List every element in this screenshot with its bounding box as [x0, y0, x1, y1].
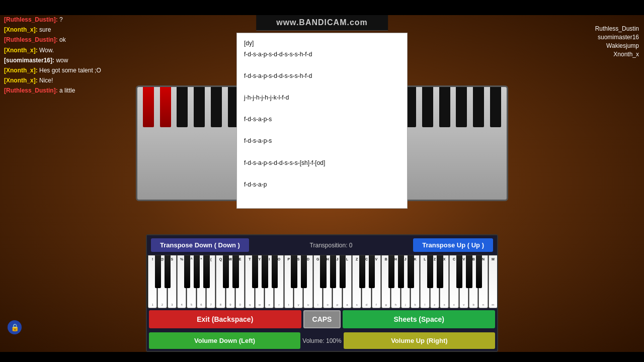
- black-key: [439, 87, 450, 127]
- black-key: [473, 87, 484, 127]
- black-key[interactable]: [184, 255, 191, 288]
- player-item: Ruthless_Dustin: [595, 25, 639, 32]
- chat-line: [Xnonth_x]: sure: [4, 25, 115, 35]
- chat-name: [Ruthless_Dustin]:: [4, 16, 58, 23]
- black-key[interactable]: [466, 255, 472, 288]
- player-item: Wakiesjump: [595, 42, 639, 49]
- lock-icon[interactable]: 🔒: [8, 320, 22, 334]
- transpose-row: Transpose Down ( Down ) Transposition: 0…: [147, 235, 497, 255]
- chat-line: [Xnonth_x]: Hes got some talent ;O: [4, 66, 115, 75]
- chat-name: [Ruthless_Dustin]:: [4, 36, 58, 43]
- white-key[interactable]: Mm: [489, 255, 497, 308]
- chat-name: [suomimaster16]:: [4, 57, 54, 64]
- chat-line: [Ruthless_Dustin]: ?: [4, 15, 115, 25]
- bottom-bar: [0, 352, 644, 362]
- black-key[interactable]: [456, 255, 463, 288]
- black-key[interactable]: [272, 255, 278, 288]
- chat-name: [Xnonth_x]:: [4, 77, 38, 84]
- sheet-line: f-d-s-a-p-s: [244, 114, 400, 125]
- black-key: [456, 87, 467, 127]
- black-key: [211, 87, 222, 127]
- bottom-btn-row-1: Exit (Backspace) CAPS Sheets (Space): [147, 308, 497, 330]
- volume-down-button[interactable]: Volume Down (Left): [149, 332, 300, 349]
- top-bar: [0, 0, 644, 15]
- chat-name: [Xnonth_x]:: [4, 67, 38, 74]
- chat-line: [suomimaster16]: wow: [4, 56, 115, 65]
- chat-line: [Xnonth_x]: Wow.: [4, 46, 115, 55]
- keys-row: !1@2S3%4^5*6(7Q8W9E0TqYwIeOrPtSyDuGiHoJp…: [148, 255, 496, 308]
- chat-overlay: [Ruthless_Dustin]: ? [Xnonth_x]: sure [R…: [4, 15, 115, 97]
- sheet-panel: [dy] f-d-s-a-p-s-d-d-s-s-s-h-f-d f-d-s-a…: [236, 33, 408, 209]
- black-key[interactable]: [232, 255, 239, 288]
- transpose-down-button[interactable]: Transpose Down ( Down ): [151, 238, 249, 252]
- piano-keys-row: !1@2S3%4^5*6(7Q8W9E0TqYwIeOrPtSyDuGiHoJp…: [147, 255, 497, 308]
- black-key[interactable]: [330, 255, 337, 288]
- sheet-line: f-d-s-a-p: [244, 179, 400, 191]
- bottom-btn-row-2: Volume Down (Left) Volume: 100% Volume U…: [147, 330, 497, 351]
- black-key[interactable]: [165, 255, 171, 288]
- chat-line: [Ruthless_Dustin]: ok: [4, 35, 115, 45]
- black-key-red: [143, 87, 154, 127]
- black-key[interactable]: [194, 255, 200, 288]
- black-key: [422, 87, 433, 127]
- black-key[interactable]: [320, 255, 327, 288]
- volume-up-button[interactable]: Volume Up (Right): [344, 332, 495, 349]
- black-key[interactable]: [398, 255, 405, 288]
- black-key[interactable]: [203, 255, 210, 288]
- black-key[interactable]: [476, 255, 482, 288]
- sheet-line: f-d-s-a-p-s-d-d-s-s-s-h-f-d: [244, 71, 400, 82]
- black-key[interactable]: [369, 255, 375, 288]
- transposition-label: Transposition: 0: [310, 242, 353, 249]
- chat-line: [Xnonth_x]: Nice!: [4, 76, 115, 85]
- black-key[interactable]: [223, 255, 229, 288]
- black-key[interactable]: [359, 255, 366, 288]
- sheet-line: f-d-s-a-p-s-d-d-s-s-s-h-f-d: [244, 49, 400, 60]
- keyboard-container: Transpose Down ( Down ) Transposition: 0…: [146, 234, 498, 352]
- black-key[interactable]: [388, 255, 395, 288]
- white-keys-container: !1@2S3%4^5*6(7Q8W9E0TqYwIeOrPtSyDuGiHoJp…: [147, 255, 497, 308]
- caps-button[interactable]: CAPS: [303, 310, 341, 328]
- player-item: suomimaster16: [595, 34, 639, 41]
- exit-button[interactable]: Exit (Backspace): [149, 310, 301, 328]
- black-key: [490, 87, 501, 127]
- black-key: [194, 87, 205, 127]
- black-key[interactable]: [262, 255, 268, 288]
- sheet-line: f-d-s-a-p-s-d-d-s-s-s-[sh]-f-[od]: [244, 158, 400, 169]
- black-key[interactable]: [437, 255, 443, 288]
- black-key: [177, 87, 188, 127]
- player-item: Xnonth_x: [595, 51, 639, 58]
- volume-label: Volume: 100%: [302, 337, 341, 344]
- black-key[interactable]: [408, 255, 414, 288]
- bandicam-text: www.BANDICAM.com: [276, 18, 368, 27]
- chat-line: [Ruthless_Dustin]: a little: [4, 86, 115, 96]
- black-key[interactable]: [427, 255, 434, 288]
- black-key[interactable]: [301, 255, 307, 288]
- transpose-up-button[interactable]: Transpose Up ( Up ): [413, 238, 493, 252]
- black-key-red: [160, 87, 171, 127]
- chat-name: [Xnonth_x]:: [4, 26, 38, 33]
- bandicam-watermark: www.BANDICAM.com: [256, 15, 388, 31]
- sheets-button[interactable]: Sheets (Space): [343, 310, 495, 328]
- player-list: Ruthless_Dustin suomimaster16 Wakiesjump…: [595, 25, 639, 59]
- chat-name: [Xnonth_x]:: [4, 47, 38, 54]
- black-key[interactable]: [340, 255, 346, 288]
- black-key[interactable]: [252, 255, 259, 288]
- sheet-line: j-h-j-h-j-h-j-k-l-f-d: [244, 93, 400, 104]
- black-key[interactable]: [291, 255, 297, 288]
- black-key[interactable]: [155, 255, 162, 288]
- chat-name: [Ruthless_Dustin]:: [4, 87, 58, 94]
- sheet-line: f-d-s-a-p-s: [244, 136, 400, 147]
- sheet-line: [dy]: [244, 38, 400, 49]
